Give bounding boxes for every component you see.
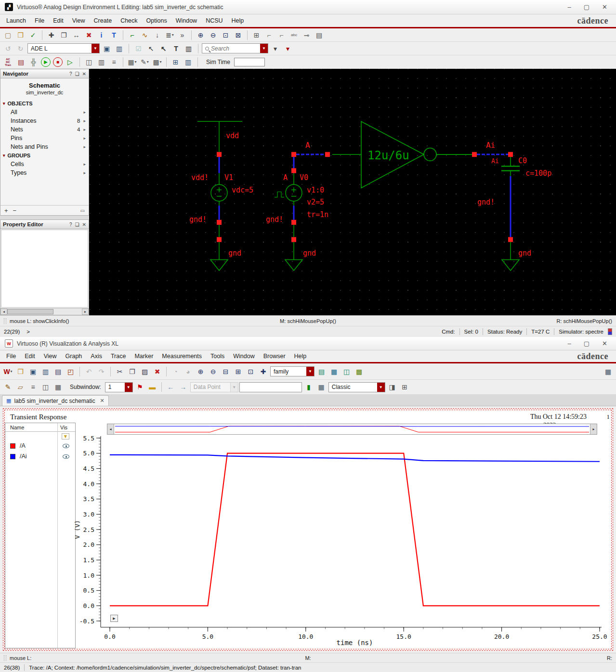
plot-mode-icon-dropdown[interactable]: ▾	[135, 60, 137, 64]
menu-ncsu[interactable]: NCSU	[201, 15, 227, 26]
param-v1[interactable]: v1:0	[307, 185, 324, 194]
subwindow-dropdown-icon[interactable]: ▼	[125, 383, 132, 392]
expand-arrow-icon[interactable]: ▸	[83, 110, 86, 115]
pan-icon[interactable]: ✚	[257, 366, 269, 377]
slider-left-arrow-icon[interactable]: ◂	[107, 424, 114, 434]
hierarchy-editor-icon[interactable]: ╬	[27, 56, 39, 67]
menu-axis[interactable]: Axis	[86, 351, 106, 362]
scroll-left-icon[interactable]: ◂	[0, 309, 7, 315]
save-icon[interactable]: ✓	[27, 29, 39, 40]
restore-session-icon[interactable]: ▥	[113, 43, 125, 54]
stretch-icon[interactable]: ↔	[70, 29, 82, 40]
strip-chart-icon[interactable]: ▤	[315, 366, 328, 377]
expand-arrow-icon[interactable]: ▸	[83, 118, 86, 123]
tree-item-instances[interactable]: Instances8▸	[0, 116, 89, 125]
menu-help[interactable]: Help	[290, 351, 311, 362]
scroll-right-icon[interactable]: ▸	[82, 309, 89, 315]
menu-options[interactable]: Options	[142, 15, 171, 26]
point-search-input[interactable]	[243, 384, 296, 390]
menu-launch[interactable]: Launch	[2, 15, 30, 26]
zoom-out-icon[interactable]: ⊖	[207, 29, 219, 40]
tab-close-icon[interactable]: ✕	[100, 398, 104, 404]
maximize-subwindow-icon[interactable]: ◰	[65, 366, 77, 377]
slider-right-arrow-icon[interactable]: ▸	[590, 424, 597, 434]
print-icon[interactable]: ▤	[52, 366, 64, 377]
previous-point-icon[interactable]: ←	[165, 382, 177, 393]
next-view-icon[interactable]: ◕	[182, 366, 194, 377]
minimize-button[interactable]: –	[568, 3, 571, 11]
overlay-icon[interactable]: ▩▾	[151, 56, 163, 67]
save-icon[interactable]: ▣	[27, 366, 39, 377]
terminal-label-a[interactable]: A	[283, 173, 288, 182]
table-view-icon[interactable]: ▦	[315, 382, 328, 393]
hierarchy-icon[interactable]: ⊞	[250, 29, 262, 40]
new-cellview-icon[interactable]: ▢	[2, 29, 14, 40]
close-button[interactable]: ✕	[602, 340, 607, 347]
plot-mode-icon[interactable]: ▦▾	[126, 56, 138, 67]
net-flag-a[interactable]: A	[305, 140, 310, 149]
family-combo[interactable]: family ▼	[270, 366, 315, 376]
previous-view-icon[interactable]: ◔	[170, 366, 182, 377]
descend-icon[interactable]: ↓	[151, 29, 163, 40]
net-flag-ai[interactable]: Ai	[486, 140, 495, 149]
net-label-vdd[interactable]: vdd	[226, 131, 239, 140]
properties-icon[interactable]: i	[95, 29, 107, 40]
tree-item-cells[interactable]: Cells▸	[0, 160, 89, 168]
note-icon[interactable]: ▬	[146, 382, 158, 393]
strip-layout-icon[interactable]: ≡	[27, 382, 39, 393]
net-label-gnd-v0[interactable]: gnd	[303, 249, 316, 258]
expand-arrow-icon[interactable]: ▸	[83, 162, 86, 167]
new-window-icon-dropdown[interactable]: ▾	[11, 369, 13, 374]
terminal-label-vdd[interactable]: vdd!	[191, 173, 209, 182]
selected-net-wires[interactable]	[219, 155, 511, 237]
close-button[interactable]: ✕	[602, 3, 607, 11]
zoom-x-icon[interactable]: ⊟	[220, 366, 232, 377]
instance-name-v0[interactable]: V0	[300, 173, 308, 182]
search-go-icon[interactable]: ▼	[260, 44, 268, 53]
next-point-icon[interactable]: →	[177, 382, 189, 393]
net-label-gnd-v1[interactable]: gnd	[228, 249, 241, 258]
expand-arrow-icon[interactable]: ▸	[83, 170, 86, 175]
trace-color-swatch[interactable]	[10, 443, 15, 449]
open-icon[interactable]: ❒	[14, 366, 26, 377]
command-prompt[interactable]: >	[26, 329, 30, 335]
undo-icon[interactable]: ↶	[83, 366, 95, 377]
menu-window[interactable]: Window	[229, 351, 259, 362]
zoom-in-icon[interactable]: ⊕	[195, 29, 207, 40]
menu-view[interactable]: View	[68, 15, 90, 26]
delete-icon[interactable]: ✖	[83, 29, 95, 40]
style-combo[interactable]: Classic ▼	[328, 382, 385, 392]
back-icon[interactable]: ↺	[2, 43, 14, 54]
schematic-drawing[interactable]: vdd vdd! V1 vdc=5 gnd! gnd A A V0 v1:0 v…	[89, 69, 616, 315]
viva-titlebar[interactable]: W Virtuoso (R) Visualization & Analysis …	[0, 337, 616, 350]
menu-measurements[interactable]: Measurements	[157, 351, 206, 362]
style-dropdown-icon[interactable]: ▼	[377, 383, 385, 392]
param-v2[interactable]: v2=5	[307, 198, 324, 207]
area-select-icon[interactable]: ▥	[183, 43, 195, 54]
multi-select-icon[interactable]: ↖	[157, 43, 170, 54]
delete-icon[interactable]: ✖	[151, 366, 163, 377]
menu-trace[interactable]: Trace	[106, 351, 131, 362]
search-combo[interactable]: ▼	[202, 43, 268, 53]
text-select-icon[interactable]: T	[170, 43, 182, 54]
dock-splitter[interactable]	[0, 216, 89, 220]
zoom-y-icon[interactable]: ⊞	[232, 366, 244, 377]
overlay-chart-icon[interactable]: ▦	[328, 366, 340, 377]
point-search-combo[interactable]	[239, 382, 302, 392]
split-chart-icon[interactable]: ◫	[341, 366, 353, 377]
workspace-combo[interactable]: ADE L ▼	[27, 43, 100, 53]
net-label-ai[interactable]: Ai	[491, 157, 499, 165]
edit-plot-icon-dropdown[interactable]: ▾	[147, 60, 149, 64]
datapoint-combo[interactable]: Data Point ▼	[190, 382, 238, 392]
tree-item-pins[interactable]: Pins▸	[0, 134, 89, 142]
panel-close-icon[interactable]: ✕	[82, 222, 86, 227]
expand-arrow-icon[interactable]: ▸	[83, 144, 86, 149]
terminal-label-gnd-v1[interactable]: gnd!	[189, 215, 207, 224]
pin-name-icon[interactable]: ⌐	[275, 29, 288, 40]
v1-instance[interactable]	[197, 121, 242, 271]
copy-icon[interactable]: ❐	[58, 29, 70, 40]
tree-section-groups[interactable]: ▾GROUPS	[0, 151, 89, 160]
expand-arrow-icon[interactable]: ▸	[83, 136, 86, 141]
family-dropdown-icon[interactable]: ▼	[306, 367, 314, 376]
forward-icon[interactable]: ↻	[14, 43, 26, 54]
